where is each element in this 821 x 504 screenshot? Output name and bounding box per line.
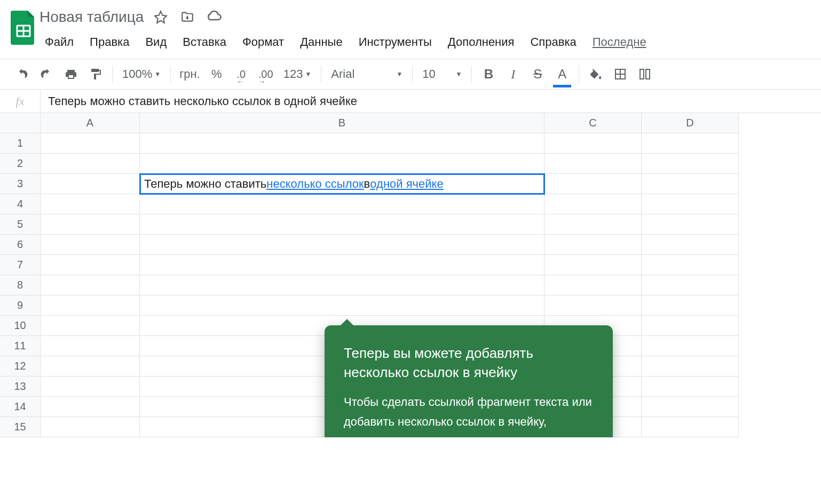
cell[interactable] [140, 295, 544, 316]
row-header[interactable]: 5 [0, 214, 41, 235]
menu-edit[interactable]: Правка [84, 32, 135, 52]
font-size-dropdown[interactable]: 10▼ [418, 67, 466, 81]
zoom-dropdown[interactable]: 100%▼ [118, 67, 165, 81]
redo-button[interactable] [35, 63, 58, 85]
cell[interactable]: Теперь можно ставить несколько ссылок в … [140, 174, 544, 194]
cell[interactable] [642, 194, 739, 214]
cell[interactable] [642, 154, 739, 174]
cell[interactable] [41, 255, 140, 275]
column-header-d[interactable]: D [642, 113, 739, 133]
cell[interactable] [544, 255, 642, 275]
cell[interactable] [41, 417, 140, 437]
cell[interactable] [544, 295, 642, 316]
merge-button[interactable] [634, 63, 656, 85]
row-header[interactable]: 10 [0, 316, 41, 336]
cloud-icon[interactable] [204, 7, 224, 27]
font-dropdown[interactable]: Arial▼ [327, 67, 407, 81]
cell[interactable] [642, 214, 739, 235]
select-all-corner[interactable] [0, 113, 41, 133]
cell[interactable] [140, 275, 544, 295]
row-header[interactable]: 11 [0, 336, 41, 356]
cell[interactable] [544, 133, 642, 154]
doc-title[interactable]: Новая таблица [40, 9, 144, 26]
cell[interactable] [140, 133, 544, 154]
cell[interactable] [41, 377, 140, 397]
move-icon[interactable] [178, 7, 197, 27]
bold-button[interactable]: B [477, 63, 500, 85]
cell[interactable] [642, 356, 739, 377]
cell[interactable] [642, 397, 739, 417]
row-header[interactable]: 6 [0, 235, 41, 255]
print-button[interactable] [60, 63, 82, 85]
menu-help[interactable]: Справка [525, 32, 581, 52]
number-format-dropdown[interactable]: 123▼ [279, 67, 316, 81]
cell[interactable] [642, 295, 739, 316]
row-header[interactable]: 7 [0, 255, 41, 275]
menu-addons[interactable]: Дополнения [443, 32, 520, 52]
row-header[interactable]: 8 [0, 275, 41, 295]
currency-button[interactable]: грн. [176, 63, 203, 85]
row-header[interactable]: 13 [0, 377, 41, 397]
menu-insert[interactable]: Вставка [177, 32, 232, 52]
cell[interactable] [544, 214, 642, 235]
text-color-button[interactable]: A [551, 63, 573, 85]
cell[interactable] [41, 194, 140, 214]
cell[interactable] [140, 194, 544, 214]
row-header[interactable]: 12 [0, 356, 41, 377]
cell[interactable] [642, 255, 739, 275]
fill-color-button[interactable] [585, 63, 607, 85]
percent-button[interactable]: % [206, 63, 228, 85]
row-header[interactable]: 4 [0, 194, 41, 214]
cell[interactable] [41, 316, 140, 336]
row-header[interactable]: 15 [0, 417, 41, 437]
cell[interactable] [544, 174, 642, 194]
strikethrough-button[interactable]: S [526, 63, 549, 85]
menu-format[interactable]: Формат [237, 32, 289, 52]
cell[interactable] [544, 194, 642, 214]
menu-last-edit[interactable]: Последне [587, 32, 652, 52]
menu-view[interactable]: Вид [140, 32, 172, 52]
column-header-b[interactable]: B [140, 113, 544, 133]
cell[interactable] [642, 275, 739, 295]
cell[interactable] [41, 154, 140, 174]
row-header[interactable]: 14 [0, 397, 41, 417]
cell-link[interactable]: одной ячейке [370, 177, 443, 191]
menu-data[interactable]: Данные [295, 32, 348, 52]
borders-button[interactable] [609, 63, 631, 85]
cell[interactable] [642, 336, 739, 356]
menu-tools[interactable]: Инструменты [353, 32, 437, 52]
cell[interactable] [544, 154, 642, 174]
cell[interactable] [41, 295, 140, 316]
column-header-c[interactable]: C [544, 113, 642, 133]
cell[interactable] [140, 255, 544, 275]
formula-input[interactable]: Теперь можно ставить несколько ссылок в … [41, 94, 821, 108]
cell-link[interactable]: несколько ссылок [266, 177, 364, 191]
cell[interactable] [140, 214, 544, 235]
row-header[interactable]: 9 [0, 295, 41, 316]
row-header[interactable]: 3 [0, 174, 41, 194]
row-header[interactable]: 1 [0, 133, 41, 154]
menu-file[interactable]: Файл [40, 32, 79, 52]
cell[interactable] [544, 275, 642, 295]
cell[interactable] [41, 275, 140, 295]
cell[interactable] [41, 356, 140, 377]
star-icon[interactable] [151, 7, 170, 27]
cell[interactable] [41, 174, 140, 194]
cell[interactable] [642, 417, 739, 437]
cell[interactable] [41, 214, 140, 235]
cell[interactable] [140, 235, 544, 255]
cell[interactable] [41, 397, 140, 417]
decrease-decimal-button[interactable]: .0← [230, 63, 252, 85]
cell[interactable] [642, 235, 739, 255]
paint-format-button[interactable] [84, 63, 107, 85]
row-header[interactable]: 2 [0, 154, 41, 174]
cell[interactable] [642, 133, 739, 154]
increase-decimal-button[interactable]: .00→ [255, 63, 277, 85]
cell[interactable] [41, 336, 140, 356]
italic-button[interactable]: I [502, 63, 524, 85]
cell[interactable] [544, 235, 642, 255]
cell[interactable] [642, 174, 739, 194]
cell[interactable] [140, 154, 544, 174]
cell[interactable] [41, 133, 140, 154]
column-header-a[interactable]: A [41, 113, 140, 133]
